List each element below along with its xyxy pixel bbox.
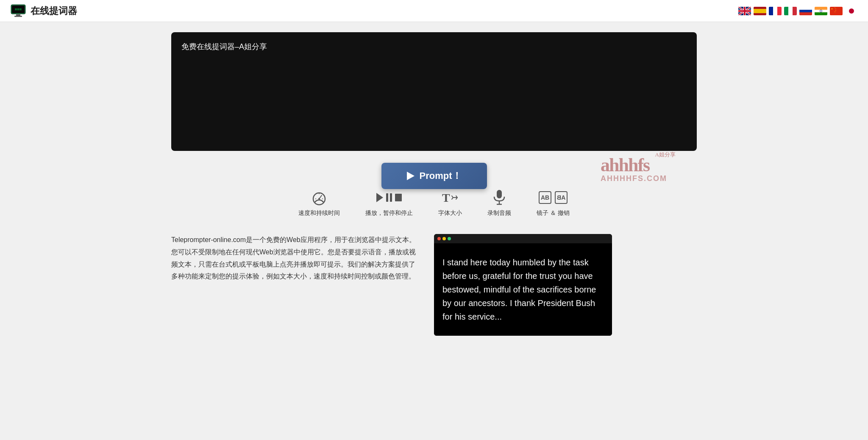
font-control[interactable]: T 字体大小 bbox=[438, 189, 462, 217]
description-text: Teleprompter-online.com是一个免费的Web应用程序，用于在… bbox=[171, 234, 417, 283]
svg-rect-3 bbox=[16, 14, 20, 16]
demo-video: I stand here today humbled by the task b… bbox=[434, 234, 612, 336]
speed-label: 速度和持续时间 bbox=[298, 209, 340, 217]
demo-video-content: I stand here today humbled by the task b… bbox=[434, 243, 612, 336]
prompt-area: Prompt！ ahhhfs A姐分享 AHHHHFS.COM bbox=[171, 163, 697, 189]
svg-rect-19 bbox=[815, 12, 827, 15]
mirror-control[interactable]: AB AB 镜子 ＆ 撤销 bbox=[537, 189, 570, 217]
svg-text:AB: AB bbox=[557, 194, 565, 201]
controls-row: 速度和持续时间 bbox=[171, 189, 697, 217]
svg-rect-38 bbox=[395, 194, 402, 201]
watermark-sub: A姐分享 bbox=[655, 151, 676, 159]
speed-control[interactable]: 速度和持续时间 bbox=[298, 189, 340, 217]
svg-line-44 bbox=[452, 198, 453, 199]
watermark-group: ahhhfs A姐分享 AHHHHFS.COM bbox=[601, 154, 667, 183]
site-title: 在线提词器 bbox=[31, 5, 77, 17]
site-header: ≡≡≡ 在线提词器 bbox=[0, 0, 868, 22]
demo-speech-text: I stand here today humbled by the task b… bbox=[442, 256, 604, 323]
svg-rect-11 bbox=[784, 7, 788, 15]
demo-dot-green bbox=[448, 237, 451, 240]
mirror-icon: AB AB bbox=[538, 189, 568, 206]
svg-rect-8 bbox=[769, 7, 773, 15]
font-icon: T bbox=[441, 189, 459, 206]
watermark-domain: AHHHHFS.COM bbox=[601, 174, 667, 183]
playback-control[interactable]: 播放，暂停和停止 bbox=[365, 189, 413, 217]
playback-label: 播放，暂停和停止 bbox=[365, 209, 413, 217]
svg-rect-15 bbox=[799, 10, 812, 12]
svg-rect-16 bbox=[799, 12, 812, 15]
prompt-button[interactable]: Prompt！ bbox=[381, 163, 487, 189]
flag-it[interactable] bbox=[784, 7, 797, 15]
bottom-section: Teleprompter-online.com是一个免费的Web应用程序，用于在… bbox=[171, 234, 697, 336]
logo-icon: ≡≡≡ bbox=[10, 3, 26, 19]
svg-rect-10 bbox=[777, 7, 782, 15]
speed-icon bbox=[311, 189, 327, 206]
svg-rect-14 bbox=[799, 7, 812, 10]
watermark-text: ahhhfs bbox=[601, 155, 649, 175]
record-icon bbox=[492, 189, 507, 206]
flag-jp[interactable] bbox=[845, 7, 858, 15]
svg-rect-4 bbox=[14, 16, 22, 17]
demo-dot-red bbox=[437, 237, 441, 240]
svg-rect-12 bbox=[788, 7, 793, 15]
svg-rect-9 bbox=[773, 7, 777, 15]
svg-rect-13 bbox=[793, 7, 797, 15]
playback-icon bbox=[376, 189, 403, 206]
header-left: ≡≡≡ 在线提词器 bbox=[10, 3, 77, 19]
flag-cn[interactable] bbox=[830, 7, 843, 15]
svg-text:≡≡≡: ≡≡≡ bbox=[15, 7, 22, 11]
svg-text:T: T bbox=[442, 191, 450, 204]
main-content: 免费在线提词器–A姐分享 Prompt！ ahhhfs A姐分享 AHHHHFS… bbox=[163, 22, 705, 346]
record-label: 录制音频 bbox=[487, 209, 511, 217]
prompt-button-label: Prompt！ bbox=[420, 170, 462, 182]
demo-video-top-bar bbox=[434, 234, 612, 243]
flag-es[interactable] bbox=[754, 7, 766, 15]
flag-uk[interactable] bbox=[738, 7, 751, 15]
svg-text:AB: AB bbox=[541, 194, 549, 201]
svg-rect-21 bbox=[830, 7, 843, 15]
svg-marker-35 bbox=[376, 193, 383, 202]
flag-fr[interactable] bbox=[769, 7, 782, 15]
teleprompter-text: 免费在线提词器–A姐分享 bbox=[181, 41, 687, 53]
svg-rect-36 bbox=[386, 193, 388, 202]
svg-rect-17 bbox=[815, 7, 827, 10]
svg-rect-37 bbox=[390, 193, 392, 202]
language-flags bbox=[738, 7, 858, 15]
svg-rect-45 bbox=[497, 190, 502, 198]
svg-point-31 bbox=[318, 198, 320, 200]
record-control[interactable]: 录制音频 bbox=[487, 189, 511, 217]
svg-rect-7 bbox=[754, 9, 766, 13]
font-label: 字体大小 bbox=[438, 209, 462, 217]
mirror-label: 镜子 ＆ 撤销 bbox=[537, 209, 570, 217]
flag-in[interactable] bbox=[815, 7, 827, 15]
teleprompter-display: 免费在线提词器–A姐分享 bbox=[171, 32, 697, 151]
svg-point-28 bbox=[849, 8, 854, 14]
play-icon bbox=[407, 172, 415, 180]
flag-ru[interactable] bbox=[799, 7, 812, 15]
demo-dot-yellow bbox=[442, 237, 446, 240]
